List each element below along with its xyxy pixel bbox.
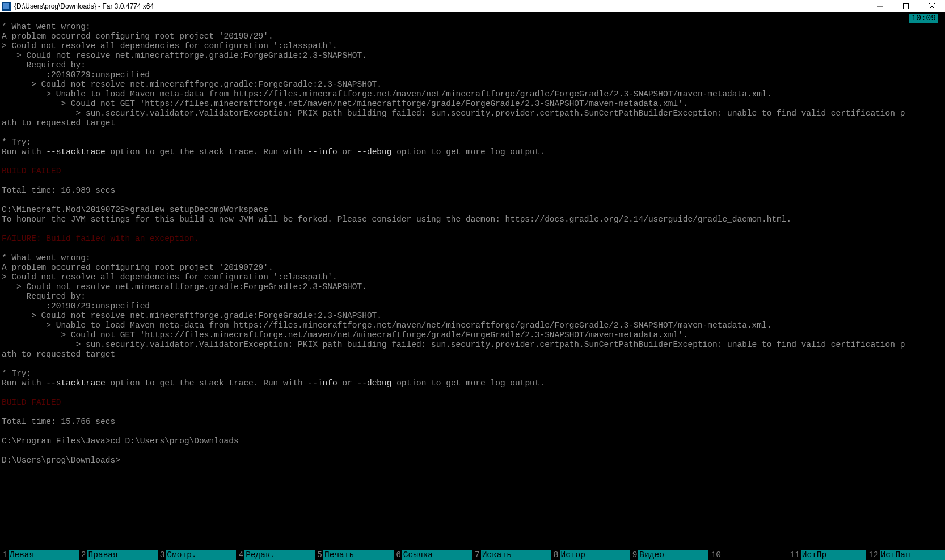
fkey-11[interactable]: 11ИстПр: [787, 550, 866, 560]
close-button[interactable]: [919, 0, 945, 12]
fkey-2[interactable]: 2Правая: [79, 550, 158, 560]
console-line: Total time: 16.989 secs: [2, 186, 943, 196]
fkey-number: 10: [708, 550, 722, 560]
fkey-7[interactable]: 7Искать: [472, 550, 551, 560]
fkey-1[interactable]: 1Левая: [0, 550, 79, 560]
console-line: [2, 359, 943, 369]
window-titlebar: {D:\Users\prog\Downloads} - Far 3.0.4774…: [0, 0, 945, 12]
console-line: Required by:: [2, 292, 943, 302]
console-line: FAILURE: Build failed with an exception.: [2, 234, 943, 244]
fkey-label: Правая: [87, 550, 158, 560]
console-line: > Could not resolve net.minecraftforge.g…: [2, 282, 943, 292]
fkey-number: 1: [0, 550, 9, 560]
fkey-3[interactable]: 3Смотр.: [158, 550, 237, 560]
console-line: [2, 12, 943, 22]
fkey-12[interactable]: 12ИстПап: [866, 550, 945, 560]
fkey-number: 6: [394, 550, 402, 560]
fkey-label: ИстПап: [880, 550, 945, 560]
console-line: [2, 408, 943, 417]
console-line: > Could not resolve all dependencies for…: [2, 41, 943, 51]
fkey-number: 8: [551, 550, 560, 560]
console-line: A problem occurred configuring root proj…: [2, 32, 943, 41]
fkey-label: Редак.: [244, 550, 315, 560]
fkey-label: Видео: [638, 550, 708, 560]
maximize-button[interactable]: [893, 0, 919, 12]
fkey-9[interactable]: 9Видео: [630, 550, 709, 560]
fkey-number: 7: [472, 550, 481, 560]
console-line: * What went wrong:: [2, 22, 943, 32]
console-line: To honour the JVM settings for this buil…: [2, 215, 943, 224]
fkey-10[interactable]: 10: [708, 550, 787, 560]
console-line: :20190729:unspecified: [2, 70, 943, 80]
fkey-label: Левая: [9, 550, 79, 560]
fkey-number: 9: [630, 550, 639, 560]
console-line: > Could not resolve all dependencies for…: [2, 273, 943, 282]
console-line: > Could not resolve net.minecraftforge.g…: [2, 311, 943, 321]
console-line: [2, 196, 943, 205]
console-line: Run with --stacktrace option to get the …: [2, 147, 943, 157]
fkey-number: 3: [158, 550, 166, 560]
console-line: BUILD FAILED: [2, 167, 943, 176]
console-line: > Could not resolve net.minecraftforge.g…: [2, 51, 943, 61]
fkey-label: Истор: [560, 550, 630, 560]
console-line: [2, 388, 943, 398]
console-line: :20190729:unspecified: [2, 302, 943, 311]
fkey-label: Ссылка: [402, 550, 472, 560]
fkey-6[interactable]: 6Ссылка: [394, 550, 472, 560]
console-line: [2, 446, 943, 456]
console-line: [2, 427, 943, 436]
console-line: * What went wrong:: [2, 253, 943, 263]
console-line: Total time: 15.766 secs: [2, 417, 943, 427]
console-line: A problem occurred configuring root proj…: [2, 263, 943, 273]
fkey-number: 2: [79, 550, 87, 560]
console-line: ath to requested target: [2, 350, 943, 359]
console-line: BUILD FAILED: [2, 398, 943, 408]
console-output[interactable]: 10:09 * What went wrong:A problem occurr…: [0, 12, 945, 550]
console-line: * Try:: [2, 369, 943, 379]
svg-rect-1: [904, 4, 909, 9]
console-line: * Try:: [2, 138, 943, 147]
fkey-label: Искать: [481, 550, 551, 560]
fkey-number: 12: [866, 550, 879, 560]
fkey-number: 4: [236, 550, 244, 560]
console-line: > Unable to load Maven meta-data from ht…: [2, 90, 943, 99]
console-line: C:\Minecraft.Mod\20190729>gradlew setupD…: [2, 205, 943, 215]
function-key-bar: 1Левая 2Правая3Смотр.4Редак.5Печать6Ссыл…: [0, 550, 945, 560]
console-line: > Could not GET 'https://files.minecraft…: [2, 330, 943, 340]
fkey-label: Смотр.: [166, 550, 236, 560]
console-line: Run with --stacktrace option to get the …: [2, 379, 943, 388]
fkey-5[interactable]: 5Печать: [315, 550, 394, 560]
console-line: > sun.security.validator.ValidatorExcept…: [2, 340, 943, 350]
console-line: [2, 176, 943, 186]
fkey-label: Печать: [323, 550, 394, 560]
console-line: > Could not GET 'https://files.minecraft…: [2, 99, 943, 109]
fkey-label: ИстПр: [801, 550, 866, 560]
console-line: D:\Users\prog\Downloads>: [2, 456, 943, 465]
console-line: [2, 224, 943, 234]
console-line: C:\Program Files\Java>cd D:\Users\prog\D…: [2, 436, 943, 446]
fkey-4[interactable]: 4Редак.: [236, 550, 315, 560]
fkey-number: 5: [315, 550, 323, 560]
clock: 10:09: [909, 14, 938, 23]
console-line: [2, 157, 943, 167]
fkey-8[interactable]: 8Истор: [551, 550, 630, 560]
minimize-button[interactable]: [867, 0, 893, 12]
fkey-number: 11: [787, 550, 800, 560]
console-line: [2, 244, 943, 253]
console-line: ath to requested target: [2, 118, 943, 128]
console-line: Required by:: [2, 61, 943, 70]
console-line: [2, 128, 943, 138]
app-icon: [2, 2, 11, 11]
console-line: > sun.security.validator.ValidatorExcept…: [2, 109, 943, 118]
window-title: {D:\Users\prog\Downloads} - Far 3.0.4774…: [14, 2, 867, 11]
console-line: > Unable to load Maven meta-data from ht…: [2, 321, 943, 330]
console-line: > Could not resolve net.minecraftforge.g…: [2, 80, 943, 90]
